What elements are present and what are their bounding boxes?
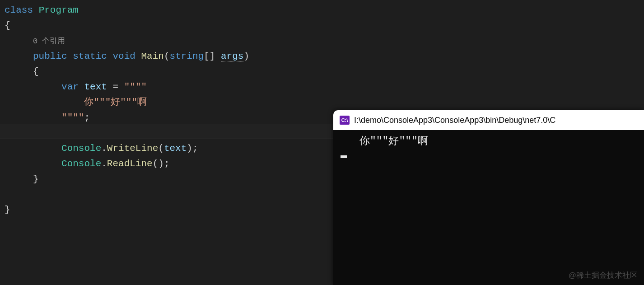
keyword-public: public: [33, 51, 67, 61]
inner-brace-open: {: [33, 66, 39, 77]
method-name: Main: [141, 51, 164, 61]
string-open-quotes: """": [124, 82, 147, 92]
watermark: @稀土掘金技术社区: [569, 270, 638, 280]
writeline-method: WriteLine: [107, 143, 158, 154]
readline-method: ReadLine: [107, 159, 153, 169]
string-close-quotes: """": [61, 112, 84, 123]
string-content: 你"""好"""啊: [84, 97, 147, 107]
keyword-static: static: [73, 51, 107, 61]
param-name: args: [221, 51, 243, 62]
class-name: Program: [39, 5, 79, 15]
console-body[interactable]: 你"""好"""啊: [333, 130, 644, 167]
cmd-icon: C:\: [340, 116, 350, 125]
console-title: I:\demo\ConsoleApp3\ConsoleApp3\bin\Debu…: [354, 116, 555, 125]
console-window[interactable]: C:\ I:\demo\ConsoleApp3\ConsoleApp3\bin\…: [333, 110, 644, 285]
var-text: text: [84, 82, 107, 92]
console-titlebar[interactable]: C:\ I:\demo\ConsoleApp3\ConsoleApp3\bin\…: [333, 110, 644, 130]
keyword-void: void: [112, 51, 135, 61]
console-class-1: Console: [61, 143, 101, 154]
brace-open: {: [5, 20, 10, 31]
inner-brace-close: }: [33, 174, 39, 184]
param-type: string: [170, 51, 204, 61]
console-cursor: [341, 155, 347, 158]
arg-text: text: [164, 143, 187, 154]
keyword-var: var: [61, 82, 79, 92]
brace-close: }: [5, 205, 10, 215]
keyword-class: class: [5, 5, 33, 15]
codelens-references[interactable]: 0 个引用: [33, 37, 65, 46]
console-output: 你"""好"""啊: [359, 135, 637, 148]
console-class-2: Console: [61, 159, 101, 169]
